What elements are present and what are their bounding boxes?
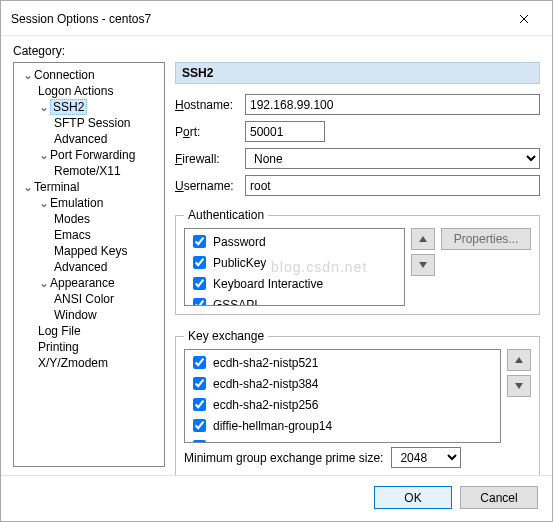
close-button[interactable] (504, 7, 544, 31)
triangle-up-icon (419, 236, 427, 242)
min-group-select[interactable]: 2048 (391, 447, 461, 468)
checkbox[interactable] (193, 419, 206, 432)
session-options-dialog: Session Options - centos7 Category: ⌄Con… (0, 0, 553, 522)
dialog-footer: OK Cancel (1, 475, 552, 521)
port-input[interactable] (245, 121, 325, 142)
checkbox[interactable] (193, 256, 206, 269)
username-input[interactable] (245, 175, 540, 196)
list-item-label: Keyboard Interactive (213, 277, 323, 291)
list-item-label: diffie-hellman-group14 (213, 419, 332, 433)
tree-remote-x11[interactable]: Remote/X11 (16, 163, 162, 179)
checkbox[interactable] (193, 356, 206, 369)
tree-modes[interactable]: Modes (16, 211, 162, 227)
auth-move-down-button[interactable] (411, 254, 435, 276)
chevron-down-icon: ⌄ (38, 276, 50, 290)
list-item[interactable]: diffie-hellman-group14 (189, 415, 496, 436)
key-exchange-list[interactable]: ecdh-sha2-nistp521ecdh-sha2-nistp384ecdh… (184, 349, 501, 443)
triangle-down-icon (515, 383, 523, 389)
auth-move-up-button[interactable] (411, 228, 435, 250)
list-item[interactable]: ecdh-sha2-nistp384 (189, 373, 496, 394)
list-item-label: Password (213, 235, 266, 249)
list-item-label: ecdh-sha2-nistp256 (213, 398, 318, 412)
username-label: Username: (175, 179, 237, 193)
tree-ansi-color[interactable]: ANSI Color (16, 291, 162, 307)
cancel-button[interactable]: Cancel (460, 486, 538, 509)
tree-xyzmodem[interactable]: X/Y/Zmodem (16, 355, 162, 371)
list-item[interactable]: ecdh-sha2-nistp521 (189, 352, 496, 373)
tree-printing[interactable]: Printing (16, 339, 162, 355)
list-item-label: ecdh-sha2-nistp384 (213, 377, 318, 391)
ok-button[interactable]: OK (374, 486, 452, 509)
list-item[interactable]: diffie-hellman-group-exchange-sha256 (189, 436, 496, 443)
checkbox[interactable] (193, 440, 206, 443)
authentication-legend: Authentication (184, 208, 268, 222)
list-item[interactable]: Keyboard Interactive (189, 273, 400, 294)
panel-title: SSH2 (175, 62, 540, 84)
authentication-group: Authentication PasswordPublicKeyKeyboard… (175, 208, 540, 315)
checkbox[interactable] (193, 398, 206, 411)
tree-ssh2[interactable]: ⌄SSH2 (16, 99, 162, 115)
hostname-label: Hostname: (175, 98, 237, 112)
kex-move-up-button[interactable] (507, 349, 531, 371)
list-item[interactable]: Password (189, 231, 400, 252)
tree-advanced[interactable]: Advanced (16, 131, 162, 147)
properties-button[interactable]: Properties... (441, 228, 531, 250)
chevron-down-icon: ⌄ (38, 148, 50, 162)
window-title: Session Options - centos7 (11, 12, 151, 26)
titlebar: Session Options - centos7 (1, 1, 552, 36)
checkbox[interactable] (193, 298, 206, 306)
list-item[interactable]: ecdh-sha2-nistp256 (189, 394, 496, 415)
key-exchange-group: Key exchange ecdh-sha2-nistp521ecdh-sha2… (175, 329, 540, 475)
tree-emulation[interactable]: ⌄Emulation (16, 195, 162, 211)
tree-sftp-session[interactable]: SFTP Session (16, 115, 162, 131)
list-item-label: GSSAPI (213, 298, 258, 307)
triangle-up-icon (515, 357, 523, 363)
category-label: Category: (13, 44, 65, 58)
close-icon (519, 14, 529, 24)
list-item-label: diffie-hellman-group-exchange-sha256 (213, 440, 418, 444)
chevron-down-icon: ⌄ (22, 180, 34, 194)
checkbox[interactable] (193, 277, 206, 290)
chevron-down-icon: ⌄ (38, 196, 50, 210)
tree-window[interactable]: Window (16, 307, 162, 323)
key-exchange-legend: Key exchange (184, 329, 268, 343)
tree-mapped-keys[interactable]: Mapped Keys (16, 243, 162, 259)
checkbox[interactable] (193, 235, 206, 248)
port-label: Port: (175, 125, 237, 139)
triangle-down-icon (419, 262, 427, 268)
tree-port-forwarding[interactable]: ⌄Port Forwarding (16, 147, 162, 163)
settings-panel: SSH2 Hostname: Port: Firewall: None User… (175, 62, 540, 467)
tree-log-file[interactable]: Log File (16, 323, 162, 339)
list-item-label: PublicKey (213, 256, 266, 270)
tree-emacs[interactable]: Emacs (16, 227, 162, 243)
list-item[interactable]: PublicKey (189, 252, 400, 273)
tree-logon-actions[interactable]: Logon Actions (16, 83, 162, 99)
checkbox[interactable] (193, 377, 206, 390)
tree-terminal[interactable]: ⌄Terminal (16, 179, 162, 195)
kex-move-down-button[interactable] (507, 375, 531, 397)
authentication-list[interactable]: PasswordPublicKeyKeyboard InteractiveGSS… (184, 228, 405, 306)
min-group-label: Minimum group exchange prime size: (184, 451, 383, 465)
list-item[interactable]: GSSAPI (189, 294, 400, 306)
chevron-down-icon: ⌄ (22, 68, 34, 82)
firewall-select[interactable]: None (245, 148, 540, 169)
category-tree[interactable]: ⌄Connection Logon Actions ⌄SSH2 SFTP Ses… (13, 62, 165, 467)
hostname-input[interactable] (245, 94, 540, 115)
list-item-label: ecdh-sha2-nistp521 (213, 356, 318, 370)
tree-connection[interactable]: ⌄Connection (16, 67, 162, 83)
chevron-down-icon: ⌄ (38, 100, 50, 114)
tree-advanced2[interactable]: Advanced (16, 259, 162, 275)
firewall-label: Firewall: (175, 152, 237, 166)
tree-appearance[interactable]: ⌄Appearance (16, 275, 162, 291)
